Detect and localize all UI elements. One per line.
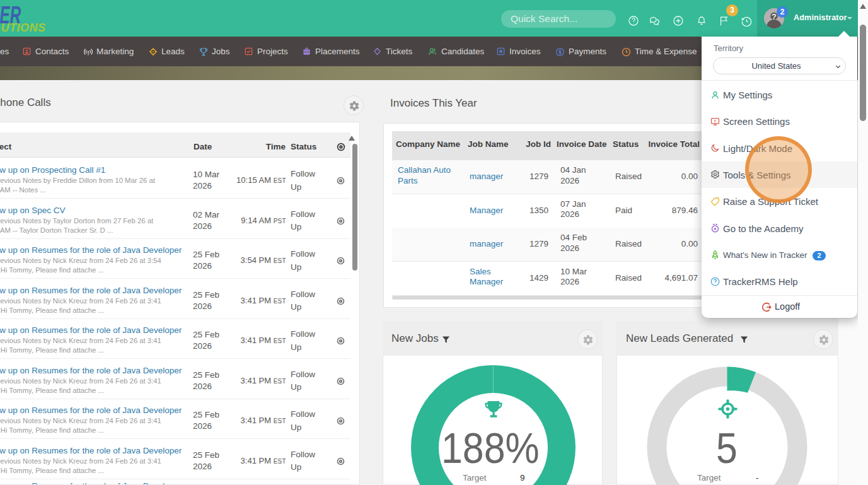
svg-text:?: ? xyxy=(772,12,777,21)
